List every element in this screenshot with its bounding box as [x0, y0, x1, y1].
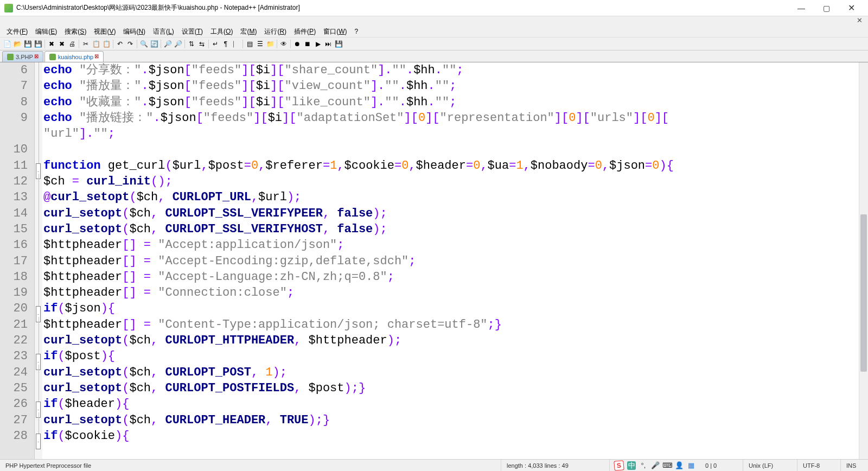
menu-[interactable]: ? [351, 27, 361, 36]
indent-guide-icon[interactable]: ⎸ [231, 39, 241, 49]
ime-mode-icon[interactable]: 中 [627, 461, 636, 470]
mdi-close-button[interactable]: ✕ [0, 16, 868, 26]
menu-l[interactable]: 语言(L) [150, 27, 177, 37]
menu-o[interactable]: 工具(O) [207, 27, 236, 37]
menu-p[interactable]: 插件(P) [291, 27, 319, 37]
paste-icon[interactable]: 📋 [101, 39, 111, 49]
window-titlebar: C:\Users\Administrator\Desktop\网站源码\2023… [0, 0, 868, 16]
status-mode: INS [841, 460, 868, 471]
redo-icon[interactable]: ↷ [125, 39, 135, 49]
close-file-icon[interactable]: ✖ [47, 39, 56, 49]
sync-v-icon[interactable]: ⇅ [187, 39, 196, 49]
cut-icon[interactable]: ✂ [81, 39, 91, 49]
scrollbar-thumb[interactable] [860, 214, 867, 372]
menu-e[interactable]: 编辑(E) [32, 27, 60, 37]
menu-w[interactable]: 窗口(W) [320, 27, 350, 37]
system-tray: S 中 °, 🎤 ⌨ 👤 ▦ [610, 461, 700, 470]
close-all-icon[interactable]: ✖ [57, 39, 67, 49]
show-all-chars-icon[interactable]: ¶ [221, 39, 231, 49]
zoom-in-icon[interactable]: 🔎 [163, 39, 173, 49]
wordwrap-icon[interactable]: ↵ [210, 39, 220, 49]
status-filetype: PHP Hypertext Preprocessor file [0, 460, 501, 471]
toolbar: 📄 📂 💾 💾 ✖ ✖ 🖨 ✂ 📋 📋 ↶ ↷ 🔍 🔄 🔎 🔎 ⇅ ⇆ ↵ ¶ … [0, 37, 868, 50]
code-area[interactable]: echo "分享数：".$json["feeds"][$i]["share_co… [42, 62, 859, 459]
vertical-scrollbar[interactable] [859, 62, 868, 459]
fold-toggle-icon[interactable]: - [36, 434, 41, 449]
func-list-icon[interactable]: ☰ [255, 39, 265, 49]
open-file-icon[interactable]: 📂 [12, 39, 22, 49]
maximize-button[interactable]: ▢ [814, 0, 839, 16]
stop-macro-icon[interactable]: ⏹ [303, 39, 312, 49]
tab-close-icon[interactable]: ⊠ [34, 53, 41, 60]
tray-person-icon[interactable]: 👤 [675, 461, 684, 470]
statusbar: PHP Hypertext Preprocessor file length :… [0, 459, 868, 471]
monitoring-icon[interactable]: 👁 [279, 39, 289, 49]
record-macro-icon[interactable]: ⏺ [292, 39, 302, 49]
tray-keyboard-icon[interactable]: ⌨ [663, 461, 672, 470]
folder-workspace-icon[interactable]: 📁 [265, 39, 275, 49]
menu-f[interactable]: 文件(F) [3, 27, 31, 37]
file-icon [49, 54, 56, 60]
new-file-icon[interactable]: 📄 [2, 39, 12, 49]
app-icon [4, 4, 13, 12]
menu-s[interactable]: 搜索(S) [61, 27, 90, 37]
play-multi-icon[interactable]: ⏭ [323, 39, 333, 49]
menu-t[interactable]: 设置(T) [178, 27, 206, 37]
editor[interactable]: 6789101112131415161718192021222324252627… [0, 62, 868, 459]
doc-map-icon[interactable]: ▤ [245, 39, 254, 49]
tab-kuaishou-php[interactable]: kuaishou.php⊠ [44, 51, 104, 62]
save-icon[interactable]: 💾 [23, 39, 33, 49]
save-macro-icon[interactable]: 💾 [334, 39, 343, 49]
tabbar: 3.PHP⊠kuaishou.php⊠ [0, 50, 868, 62]
tab-3-php[interactable]: 3.PHP⊠ [2, 51, 43, 62]
sogou-ime-icon[interactable]: S [614, 460, 624, 471]
line-number-gutter: 6789101112131415161718192021222324252627… [0, 62, 35, 459]
sync-h-icon[interactable]: ⇆ [197, 39, 207, 49]
replace-icon[interactable]: 🔄 [149, 39, 159, 49]
find-icon[interactable]: 🔍 [139, 39, 149, 49]
menu-v[interactable]: 视图(V) [91, 27, 119, 37]
copy-icon[interactable]: 📋 [91, 39, 101, 49]
status-eol: Unix (LF) [743, 460, 797, 471]
close-button[interactable]: ✕ [839, 0, 864, 16]
save-all-icon[interactable]: 💾 [33, 39, 43, 49]
tab-close-icon[interactable]: ⊠ [94, 53, 101, 60]
file-icon [7, 54, 14, 60]
status-encoding: UTF-8 [797, 460, 841, 471]
tray-comma-icon[interactable]: °, [639, 461, 648, 470]
tab-label: kuaishou.php [58, 54, 93, 60]
tray-grid-icon[interactable]: ▦ [687, 461, 695, 470]
menu-r[interactable]: 运行(R) [261, 27, 290, 37]
status-selection: 0 | 0 [700, 460, 743, 471]
menu-m[interactable]: 宏(M) [237, 27, 260, 37]
undo-icon[interactable]: ↶ [115, 39, 125, 49]
window-title: C:\Users\Administrator\Desktop\网站源码\2023… [16, 3, 300, 12]
menu-n[interactable]: 编码(N) [120, 27, 149, 37]
print-icon[interactable]: 🖨 [67, 39, 77, 49]
fold-column[interactable]: ----- [35, 62, 42, 459]
minimize-button[interactable]: — [789, 0, 814, 16]
menubar: 文件(F)编辑(E)搜索(S)视图(V)编码(N)语言(L)设置(T)工具(O)… [0, 26, 868, 37]
tray-mic-icon[interactable]: 🎤 [651, 461, 660, 470]
zoom-out-icon[interactable]: 🔎 [173, 39, 183, 49]
status-length: length : 4,033 lines : 49 [501, 460, 610, 471]
play-macro-icon[interactable]: ▶ [313, 39, 323, 49]
tab-label: 3.PHP [16, 54, 33, 60]
